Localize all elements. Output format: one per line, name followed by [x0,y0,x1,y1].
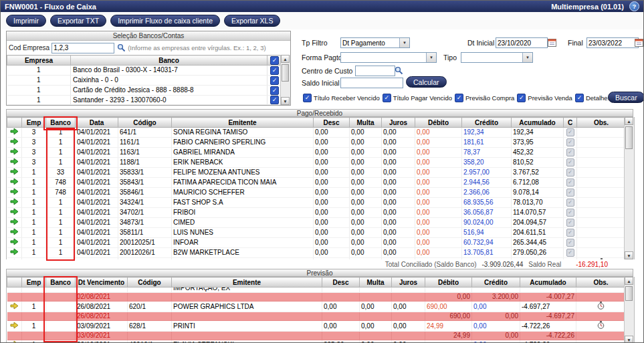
conciliado-checkbox[interactable]: ✓ [566,209,574,217]
previsao-row[interactable]: 126/08/2021620/1POWER GRAPHICS LTDA0,000… [7,302,626,312]
toolbar-button-0[interactable]: Imprimir [6,15,46,27]
pago-col-acumulado[interactable]: Acumulado [512,118,564,128]
conciliado-checkbox[interactable]: ✓ [566,249,574,257]
bank-row-checkbox[interactable]: ✓ [270,66,279,75]
row-arrow-cell[interactable] [7,138,22,148]
row-arrow-cell[interactable] [7,248,22,258]
bank-row-checkbox[interactable]: ✓ [270,96,279,104]
previsao-partial-row[interactable]: IMPORTAÇÃO, EX [7,288,626,293]
pago-row[interactable]: 3104/01/20211163/1GABRIEL MIRANDA0,000,0… [7,148,626,158]
scrollbar-thumb[interactable] [625,126,633,149]
saldo-inicial-input[interactable] [340,78,403,88]
row-arrow-cell[interactable] [7,302,22,312]
empresa-search-button[interactable] [116,43,126,53]
prev-col-debito[interactable]: Débito [425,277,472,288]
conciliado-checkbox[interactable]: ✓ [566,229,574,237]
prev-col-codigo[interactable]: Código [128,277,172,288]
pago-col-c[interactable]: C [564,118,577,128]
previsao-subtotal-row[interactable]: 26/08/2021690,000,00-4.697,27 [7,312,626,321]
conciliado-checkbox[interactable]: ✓ [566,189,574,197]
tipo-select[interactable]: ▼ [461,52,533,63]
pago-col-obs[interactable]: Obs. [577,118,626,128]
filter-checkbox[interactable]: ✓ [575,94,584,102]
previsao-subtotal-row[interactable]: 02/08/20210,003.200,00-4.007,27 [7,293,626,302]
pago-col-multa[interactable]: Multa [350,118,382,128]
final-input[interactable] [586,37,639,48]
row-arrow-cell[interactable] [7,340,22,343]
scrollbar-thumb[interactable] [625,286,633,301]
toolbar-button-2[interactable]: Imprimir Fluxo de caixa cliente [110,15,220,27]
conciliado-checkbox[interactable]: ✓ [566,128,574,136]
row-arrow-cell[interactable] [7,178,22,188]
dt-inicial-input[interactable] [496,37,548,48]
pago-col-emitente[interactable]: Emitente [172,118,314,128]
prev-col-multa[interactable]: Multa [360,277,392,288]
prev-col-emitente[interactable]: Emitente [172,277,322,288]
filter-checkbox[interactable]: ✓ [517,94,526,102]
pago-row[interactable]: 1104/01/202120012027/1B2W MARKETPLACE0,0… [7,258,626,260]
conciliado-checkbox[interactable]: ✓ [566,219,574,227]
help-icon[interactable]: ? [629,1,639,11]
scroll-down-icon[interactable]: ▼ [625,251,633,259]
scroll-up-icon[interactable]: ▲ [625,117,633,125]
pago-col-juros[interactable]: Juros [382,118,415,128]
pago-col-codigo[interactable]: Código [118,118,172,128]
prev-col-credito[interactable]: Crédito [472,277,520,288]
dt-inicial-calendar-button[interactable] [547,37,556,47]
prev-col-juros[interactable]: Juros [392,277,425,288]
prev-col-banco[interactable]: Banco [46,277,76,288]
scrollbar-thumb[interactable] [282,64,289,82]
prev-col-obs[interactable]: Obs. [576,277,626,288]
calcular-button[interactable]: Calcular [406,76,447,88]
previsao-row[interactable]: 174822/10/202140010/1FLAVIA STEFANSKI385… [7,340,626,343]
prev-col-dtvenc[interactable]: Dt Vencimento [76,277,128,288]
row-arrow-cell[interactable] [7,148,22,158]
centro-custo-search-button[interactable] [394,66,403,75]
pago-row[interactable]: 13304/01/202135833/1FELIPE MOZENA ANTUNE… [7,168,626,178]
scroll-up-icon[interactable]: ▲ [281,55,290,63]
pago-col-banco[interactable]: Banco [46,118,76,128]
row-arrow-cell[interactable] [7,228,22,238]
row-arrow-cell[interactable] [7,208,22,218]
bank-row[interactable]: 1Banco do Brasil - 0300-X - 14031-7✓ [7,66,282,76]
conciliado-checkbox[interactable]: ✓ [566,199,574,207]
conciliado-checkbox[interactable]: ✓ [566,179,574,187]
pago-row[interactable]: 3104/01/20211161/1FABIO CARNEIRO SPERLIN… [7,138,626,148]
centro-custo-input[interactable] [355,66,395,76]
filter-checkbox[interactable]: ✓ [455,94,463,102]
conciliado-checkbox[interactable]: ✓ [566,239,574,247]
prev-col-acumulado[interactable]: Acumulado [520,277,576,288]
pago-row[interactable]: 1104/01/202134324/1FAST SHOP S.A0,000,00… [7,198,626,208]
previsao-row[interactable]: 103/09/2021628/1PRINTI0,000,000,0024,990… [7,321,626,332]
row-arrow-cell[interactable] [7,198,22,208]
row-arrow-cell[interactable] [7,168,22,178]
filter-checkbox[interactable]: ✓ [303,94,312,102]
pago-col-emp[interactable]: Emp [22,118,46,128]
conciliado-checkbox[interactable]: ✓ [566,148,574,156]
tp-filtro-select[interactable]: Dt Pagamento ▼ [340,37,410,48]
prev-col-emp[interactable]: Emp [22,277,46,288]
previsao-subtotal-row[interactable]: 03/09/202124,990,00-4.722,26 [7,332,626,340]
buscar-button[interactable]: Buscar [608,92,644,103]
pago-row[interactable]: 1104/01/202134702/1FRIBOI0,000,000,000,0… [7,208,626,218]
conciliado-checkbox[interactable]: ✓ [566,158,574,166]
scroll-up-icon[interactable]: ▲ [625,277,633,285]
row-arrow-cell[interactable] [7,188,22,198]
pago-row[interactable]: 174804/01/202135843/1FATIMA APARECIDA TI… [7,178,626,188]
pago-row[interactable]: 3104/01/20211188/1ERIK NERBACK0,000,000,… [7,158,626,168]
pago-row[interactable]: 1104/01/202135811/1LUIS NUNES0,000,000,0… [7,228,626,238]
scroll-down-icon[interactable]: ▼ [625,336,633,343]
conciliado-checkbox[interactable]: ✓ [566,168,574,177]
pago-col-desc[interactable]: Desc [314,118,350,128]
bank-row-checkbox[interactable]: ✓ [270,76,279,85]
bank-row[interactable]: 1Caixinha - 0 - 0✓ [7,75,282,85]
bank-check-all-checkbox[interactable]: ✓ [270,56,279,65]
pago-col-debito[interactable]: Débito [415,118,462,128]
pago-col-data[interactable]: Data [76,118,118,128]
row-arrow-cell[interactable] [7,158,22,168]
toolbar-button-1[interactable]: Exportar TXT [50,15,106,27]
toolbar-button-3[interactable]: Exportar XLS [224,15,280,27]
forma-pagto-select[interactable]: ▼ [340,52,437,63]
pago-col-credito[interactable]: Crédito [462,118,512,128]
pago-row[interactable]: 1104/01/202134873/1CIMED0,000,000,000,00… [7,218,626,228]
